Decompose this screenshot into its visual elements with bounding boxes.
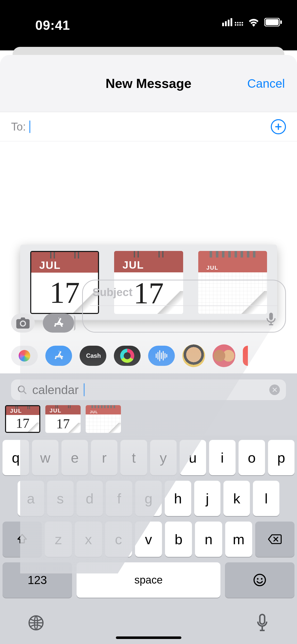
emoji-search-input[interactable]: calendar ✕	[11, 379, 286, 400]
key-c[interactable]: c	[105, 522, 132, 557]
text-cursor	[84, 383, 85, 396]
wifi-icon	[248, 18, 260, 27]
to-label: To:	[11, 120, 26, 133]
app-more[interactable]	[243, 346, 248, 366]
key-shift[interactable]	[3, 522, 42, 557]
key-e[interactable]: e	[61, 440, 88, 475]
cancel-button[interactable]: Cancel	[247, 77, 285, 90]
backspace-icon	[268, 534, 282, 545]
app-memoji-stickers[interactable]	[213, 344, 235, 367]
key-p[interactable]: p	[268, 440, 294, 475]
message-body-area[interactable]: JUL 17 JUL 17 JUL	[0, 141, 297, 338]
clear-search-button[interactable]: ✕	[269, 384, 280, 395]
add-contact-button[interactable]	[271, 119, 286, 134]
keyboard-row-4: 123 space	[3, 562, 294, 598]
subject-placeholder: Subject	[92, 286, 276, 299]
emoji-result-calendar[interactable]: JUL 17	[5, 405, 40, 433]
keyboard: q w e r t y u i o p a s d f g h j k l z	[0, 435, 297, 644]
status-time: 09:41	[35, 18, 70, 33]
emoji-search-wrap: calendar ✕	[0, 373, 297, 405]
key-r[interactable]: r	[91, 440, 117, 475]
key-g[interactable]: g	[135, 481, 162, 516]
app-photos[interactable]	[11, 346, 38, 366]
key-j[interactable]: j	[194, 481, 221, 516]
key-globe[interactable]	[28, 615, 44, 632]
app-fitness[interactable]	[114, 346, 141, 366]
key-n[interactable]: n	[195, 522, 222, 557]
photos-icon	[19, 350, 30, 362]
key-space[interactable]: space	[77, 562, 220, 598]
cellular-icon	[222, 18, 243, 26]
camera-icon	[16, 317, 30, 329]
app-store-icon	[53, 350, 64, 362]
svg-point-5	[254, 574, 266, 586]
key-s[interactable]: s	[47, 481, 74, 516]
search-icon	[17, 385, 27, 395]
app-cash-label: Cash	[86, 352, 101, 359]
key-i[interactable]: i	[209, 440, 236, 475]
compose-input-row: Subject	[0, 275, 297, 338]
svg-point-6	[257, 578, 258, 579]
message-input-bubble[interactable]: Subject	[82, 280, 286, 333]
key-x[interactable]: x	[75, 522, 102, 557]
app-appstore[interactable]	[45, 346, 72, 366]
key-q[interactable]: q	[3, 440, 29, 475]
to-row[interactable]: To:	[0, 112, 297, 141]
emoji-icon	[253, 573, 267, 587]
emoji-results-row: JUL 17 JUL 17 JUL	[0, 405, 297, 435]
key-backspace[interactable]	[255, 522, 294, 557]
battery-icon	[264, 18, 282, 26]
key-h[interactable]: h	[165, 481, 191, 516]
recipient-fields: To:	[0, 112, 297, 141]
microphone-icon	[255, 613, 269, 632]
key-z[interactable]: z	[45, 522, 72, 557]
waveform-icon	[156, 350, 167, 361]
key-o[interactable]: o	[239, 440, 265, 475]
keyboard-row-2: a s d f g h j k l	[3, 481, 294, 516]
camera-button[interactable]	[11, 313, 35, 333]
svg-line-4	[24, 391, 26, 394]
page-title: New Message	[106, 76, 191, 91]
keyboard-row-1: q w e r t y u i o p	[3, 440, 294, 475]
imessage-apps-button[interactable]	[43, 313, 74, 333]
key-f[interactable]: f	[106, 481, 132, 516]
key-y[interactable]: y	[150, 440, 177, 475]
emoji-search-text: calendar	[32, 383, 79, 397]
key-d[interactable]: d	[77, 481, 103, 516]
key-v[interactable]: v	[135, 522, 162, 557]
key-numbers[interactable]: 123	[3, 562, 72, 598]
app-apple-cash[interactable]: Cash	[80, 346, 106, 366]
keyboard-row-3: z x c v b n m	[3, 522, 294, 557]
text-cursor	[29, 120, 30, 133]
sheet-header: New Message Cancel	[0, 55, 297, 112]
dictation-icon[interactable]	[267, 313, 276, 326]
home-indicator[interactable]	[116, 636, 181, 639]
activity-rings-icon	[120, 349, 134, 363]
svg-rect-1	[266, 19, 279, 25]
app-memoji[interactable]	[182, 344, 205, 367]
key-a[interactable]: a	[18, 481, 44, 516]
key-l[interactable]: l	[253, 481, 279, 516]
key-dictation[interactable]	[255, 613, 269, 633]
key-u[interactable]: u	[180, 440, 206, 475]
svg-rect-2	[280, 20, 282, 24]
svg-point-7	[261, 578, 262, 579]
shift-icon	[16, 533, 28, 545]
imessage-apps-strip[interactable]: Cash	[0, 338, 297, 373]
emoji-result-tear-off-calendar[interactable]: JUL 17	[45, 405, 81, 433]
key-m[interactable]: m	[225, 522, 252, 557]
globe-icon	[28, 615, 44, 631]
key-t[interactable]: t	[120, 440, 147, 475]
new-message-sheet: New Message Cancel To: JUL 17	[0, 55, 297, 644]
key-emoji[interactable]	[225, 562, 294, 598]
key-b[interactable]: b	[165, 522, 192, 557]
emoji-result-spiral-calendar[interactable]: JUL	[86, 405, 121, 433]
app-audio-messages[interactable]	[148, 346, 175, 366]
status-bar: 09:41	[0, 0, 297, 50]
app-store-icon	[52, 317, 65, 329]
key-w[interactable]: w	[32, 440, 58, 475]
key-k[interactable]: k	[223, 481, 250, 516]
keyboard-bottom-row	[3, 603, 294, 641]
